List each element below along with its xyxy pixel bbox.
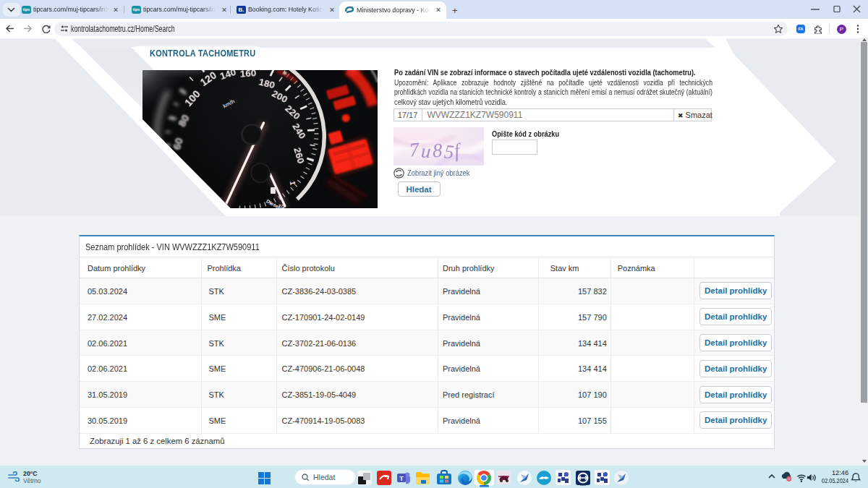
svg-text:160: 160 [239,68,257,80]
svg-text:8: 8 [431,139,443,161]
svg-text:u: u [420,140,432,162]
svg-text:1/2: 1/2 [278,203,286,208]
svg-text:T: T [399,475,404,482]
